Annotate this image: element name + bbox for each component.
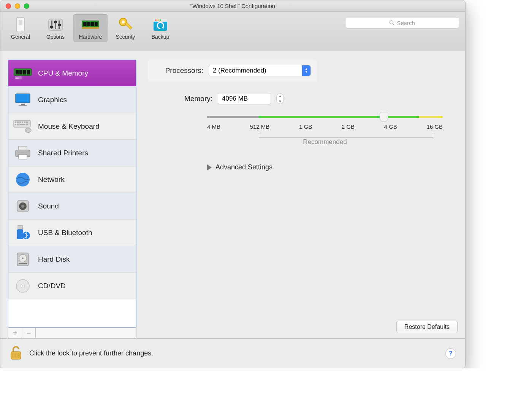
svg-rect-56 <box>17 229 23 239</box>
sidebar-item-mouse-keyboard[interactable]: Mouse & Keyboard <box>8 113 136 140</box>
memory-label: Memory: <box>163 95 212 103</box>
config-window: "Windows 10 Shell" Configuration General… <box>0 0 466 368</box>
toolbar: General Options Hardware Security Backup <box>0 12 465 51</box>
svg-rect-17 <box>125 22 132 29</box>
tab-options[interactable]: Options <box>38 14 73 42</box>
footer: Click the lock to prevent further change… <box>0 338 465 368</box>
window-title: "Windows 10 Shell" Configuration <box>0 3 465 9</box>
sidebar-item-label: Network <box>38 175 65 184</box>
slider-ticks: 4 MB 512 MB 1 GB 2 GB 4 GB 16 GB <box>207 123 443 130</box>
advanced-settings-toggle[interactable]: Advanced Settings <box>207 163 458 171</box>
processors-label: Processors: <box>154 66 203 75</box>
svg-rect-50 <box>19 155 27 159</box>
help-button[interactable]: ? <box>445 348 456 359</box>
keyboard-mouse-icon <box>13 118 33 135</box>
processors-select[interactable]: 2 (Recommended) ▲▼ <box>209 65 311 76</box>
svg-point-20 <box>155 19 157 21</box>
usb-bluetooth-icon <box>13 224 33 241</box>
backup-icon <box>151 16 169 33</box>
search-placeholder: Search <box>397 20 415 26</box>
svg-rect-40 <box>22 122 23 123</box>
sidebar-item-cd-dvd[interactable]: CD/DVD <box>8 273 136 299</box>
svg-point-23 <box>390 21 393 24</box>
sidebar-item-network[interactable]: Network <box>8 166 136 193</box>
tab-hardware[interactable]: Hardware <box>73 14 108 42</box>
sidebar-item-hard-disk[interactable]: Hard Disk <box>8 246 136 273</box>
svg-rect-11 <box>87 22 90 26</box>
memory-slider[interactable] <box>207 116 443 118</box>
tab-security[interactable]: Security <box>108 14 143 42</box>
tick-label: 4 GB <box>384 123 397 130</box>
sidebar-item-label: CPU & Memory <box>38 69 88 77</box>
memory-input[interactable]: 4096 MB <box>218 93 271 104</box>
hardware-list: cpu CPU & Memory Graphics Mouse & Keyboa… <box>8 60 136 328</box>
window-controls <box>0 3 29 9</box>
svg-rect-43 <box>15 124 16 125</box>
svg-rect-6 <box>50 26 53 28</box>
svg-rect-14 <box>82 27 99 29</box>
tab-backup-label: Backup <box>152 34 169 40</box>
restore-defaults-button[interactable]: Restore Defaults <box>396 321 458 333</box>
globe-icon <box>13 171 33 188</box>
monitor-icon <box>13 92 33 108</box>
restore-defaults-label: Restore Defaults <box>404 324 450 330</box>
sidebar-item-label: Hard Disk <box>38 255 70 264</box>
titlebar: "Windows 10 Shell" Configuration <box>0 0 465 12</box>
printer-icon <box>13 145 33 161</box>
lock-button[interactable] <box>10 345 22 362</box>
svg-rect-26 <box>16 70 19 74</box>
svg-rect-27 <box>19 70 22 74</box>
tab-general[interactable]: General <box>3 14 38 42</box>
sidebar-item-sound[interactable]: Sound <box>8 193 136 219</box>
recommended-label: Recommended <box>207 138 443 146</box>
svg-point-22 <box>160 19 161 21</box>
speaker-icon <box>13 198 33 215</box>
recommended-range: Recommended <box>207 133 443 144</box>
sidebar-item-cpu-memory[interactable]: cpu CPU & Memory <box>8 60 136 87</box>
remove-device-button[interactable]: − <box>22 328 36 338</box>
tick-label: 4 MB <box>207 123 220 130</box>
svg-text:cpu: cpu <box>16 77 19 79</box>
stepper-down-icon: ▼ <box>277 99 284 104</box>
svg-rect-34 <box>21 104 25 105</box>
svg-rect-13 <box>95 22 98 26</box>
svg-rect-46 <box>26 124 28 125</box>
settings-panel: Processors: 2 (Recommended) ▲▼ Memory: 4… <box>148 60 458 338</box>
lock-hint-text: Click the lock to prevent further change… <box>29 349 153 357</box>
security-icon <box>116 16 135 33</box>
tab-hardware-label: Hardware <box>79 34 102 40</box>
processors-row: Processors: 2 (Recommended) ▲▼ <box>148 60 317 82</box>
svg-point-47 <box>25 128 31 133</box>
svg-rect-29 <box>27 70 30 74</box>
add-device-button[interactable]: + <box>8 328 22 338</box>
tick-label: 2 GB <box>342 123 355 130</box>
tab-backup[interactable]: Backup <box>143 14 177 42</box>
svg-rect-44 <box>17 124 19 125</box>
slider-thumb[interactable] <box>380 112 388 122</box>
minimize-window-button[interactable] <box>15 3 20 9</box>
svg-point-60 <box>22 257 24 259</box>
memory-stepper[interactable]: ▲ ▼ <box>276 93 284 104</box>
sidebar-item-usb-bluetooth[interactable]: USB & Bluetooth <box>8 219 136 246</box>
advanced-settings-label: Advanced Settings <box>215 163 272 171</box>
hardware-icon <box>81 16 100 33</box>
general-icon <box>11 16 30 33</box>
harddisk-icon <box>13 251 33 268</box>
disc-icon <box>13 278 33 294</box>
svg-rect-1 <box>19 20 22 25</box>
zoom-window-button[interactable] <box>24 3 29 9</box>
tick-label: 512 MB <box>250 123 270 130</box>
disclosure-triangle-icon <box>207 164 212 171</box>
svg-point-21 <box>157 19 159 21</box>
search-input[interactable]: Search <box>345 17 459 28</box>
tab-options-label: Options <box>46 34 65 40</box>
tick-label: 1 GB <box>299 123 312 130</box>
memory-slider-group: 4 MB 512 MB 1 GB 2 GB 4 GB 16 GB Recomme… <box>207 116 443 144</box>
svg-rect-32 <box>16 94 30 103</box>
tab-general-label: General <box>11 34 30 40</box>
svg-rect-35 <box>19 105 27 106</box>
stepper-up-icon: ▲ <box>277 94 284 99</box>
sidebar-item-graphics[interactable]: Graphics <box>8 87 136 113</box>
close-window-button[interactable] <box>6 3 11 9</box>
sidebar-item-shared-printers[interactable]: Shared Printers <box>8 140 136 166</box>
